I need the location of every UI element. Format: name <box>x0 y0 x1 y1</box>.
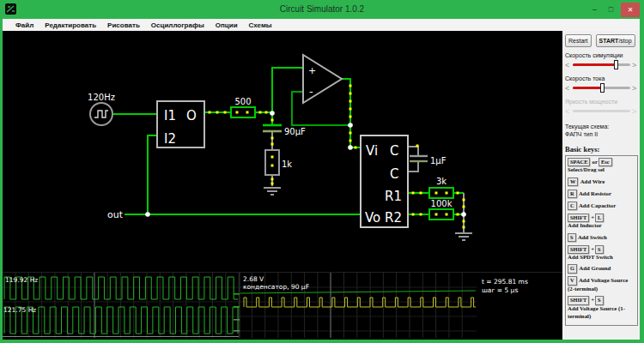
junction-dot <box>461 212 466 217</box>
current-dot <box>271 178 274 181</box>
current-speed-slider[interactable] <box>565 82 638 93</box>
resistor-1k[interactable]: 1k <box>265 150 292 175</box>
opamp-plus-label: + <box>308 65 316 76</box>
resistor-100k[interactable]: 100k <box>429 199 453 220</box>
wire-to-vco-vi[interactable] <box>350 125 361 147</box>
current-dot <box>349 108 352 111</box>
current-dot <box>216 111 219 114</box>
current-dot <box>224 111 227 114</box>
junction-dot <box>348 145 353 150</box>
stop-label: /stop <box>618 38 631 44</box>
current-dot <box>416 145 419 147</box>
menu-item[interactable]: Схемы <box>249 21 272 29</box>
scope-wave-capacitor <box>240 291 476 293</box>
current-dot <box>271 143 274 146</box>
ground-symbol-2[interactable] <box>455 233 472 240</box>
key-chip: R <box>568 190 577 199</box>
key-description: Add Inductor <box>568 222 635 230</box>
vco-c1-label: C <box>390 143 398 159</box>
key-help-item: S Add Switch <box>568 233 635 243</box>
scope-freq1-label: 119.92 Hz <box>5 276 38 284</box>
power-brightness-slider <box>565 105 638 117</box>
key-chip: S <box>595 296 604 305</box>
key-chip: SHIFT <box>568 296 589 305</box>
key-description: Add Wire <box>579 178 605 184</box>
sidebar: Restart START/stop Скорость симуляции Ск… <box>562 31 640 340</box>
ground-symbol-1[interactable] <box>264 188 281 195</box>
menu-item[interactable]: Осциллографы <box>151 21 204 29</box>
key-description: Add Capacitor <box>578 202 617 208</box>
slider-right-arrow-icon[interactable] <box>632 61 638 69</box>
key-chip: V <box>568 276 577 286</box>
current-dot <box>349 93 352 95</box>
menu-item[interactable]: Рисовать <box>107 21 140 29</box>
capacitor-90uf-label: 90µF <box>284 127 306 136</box>
key-help-item: V Add Voltage Source (2-terminal) <box>568 276 635 292</box>
slider-left-arrow-icon[interactable] <box>565 61 571 69</box>
phase-comparator-box[interactable]: I1 O I2 <box>157 101 204 147</box>
current-dot <box>412 192 415 195</box>
start-stop-button[interactable]: START/stop <box>596 34 635 47</box>
current-dot <box>420 192 422 195</box>
capacitor-90uf[interactable]: 90µF <box>263 125 306 136</box>
capacitor-1uf[interactable]: 1µF <box>410 156 447 165</box>
window-titlebar[interactable]: Circuit Simulator 1.0.2 – □ ✕ <box>0 0 644 19</box>
key-join-text: + <box>591 246 594 252</box>
key-chip: G <box>568 264 577 274</box>
menu-item[interactable]: Опции <box>216 21 238 29</box>
current-dot <box>349 100 352 103</box>
current-dot <box>349 116 352 118</box>
menu-item[interactable]: Редактировать <box>45 21 96 29</box>
current-dot <box>265 111 268 114</box>
close-button[interactable]: ✕ <box>621 3 640 17</box>
key-chip: S <box>568 233 576 243</box>
wire-node-to-opamp-plus[interactable] <box>272 68 303 112</box>
slider-handle[interactable] <box>600 83 605 93</box>
key-help-item: W Add Wire <box>568 178 635 187</box>
key-chip: W <box>568 178 578 187</box>
minimize-button[interactable]: – <box>586 3 603 16</box>
current-dot <box>349 132 352 135</box>
key-join-text: or <box>592 159 597 165</box>
comparator-out-label: O <box>186 108 197 123</box>
scope-wave-input <box>4 307 238 334</box>
wire-cap-to-vco-c2[interactable] <box>408 161 418 172</box>
wire-opamp-feedback[interactable] <box>292 92 350 125</box>
resistor-100k-label: 100k <box>431 199 453 208</box>
scope-scale-tick <box>234 293 240 295</box>
key-help-item: G Add Ground <box>568 264 635 274</box>
scope-volt-desc-label: конденсатор, 90 µF <box>243 283 309 291</box>
key-chip: SHIFT <box>568 245 589 255</box>
current-dot <box>435 192 438 195</box>
vco-box[interactable]: Vi C C R1 Vo R2 <box>361 135 408 227</box>
key-description: Add Switch <box>577 234 607 240</box>
junction-dot <box>145 212 150 217</box>
key-chip: SHIFT <box>568 214 589 223</box>
key-description: Add Resistor <box>578 190 611 196</box>
current-dot <box>271 165 274 167</box>
slider-right-arrow-icon[interactable] <box>632 84 638 93</box>
slider-left-arrow-icon[interactable] <box>565 84 571 93</box>
menu-item[interactable]: Файл <box>15 21 33 29</box>
resistor-500[interactable]: 500 <box>231 97 255 117</box>
current-dot <box>349 140 352 142</box>
scope-time-label: t = 295.81 ms <box>482 278 528 286</box>
slider-handle[interactable] <box>614 60 618 69</box>
wire-vco-c1-to-cap[interactable] <box>408 147 418 155</box>
opamp[interactable]: + - <box>303 55 342 103</box>
resistor-500-label: 500 <box>234 97 251 106</box>
restart-button[interactable]: Restart <box>565 34 592 47</box>
scope-step-label: шаг = 5 µs <box>482 286 518 294</box>
current-dot <box>463 199 465 202</box>
key-chip: L <box>595 214 604 223</box>
maximize-button[interactable]: □ <box>603 3 619 16</box>
resistor-3k[interactable]: 3k <box>429 177 453 198</box>
current-dot <box>412 214 415 216</box>
simulation-speed-slider[interactable] <box>565 59 638 70</box>
slider-left-arrow-icon <box>565 107 571 116</box>
circuit-canvas[interactable]: 120Hz I1 O I2 500 + - 90µF 1k Vi C C R1 … <box>3 31 562 340</box>
current-dot <box>259 111 262 114</box>
voltage-source-120hz[interactable]: 120Hz <box>88 93 115 125</box>
wire-i2-feedback[interactable] <box>148 135 157 214</box>
power-brightness-label: Яркость мощности <box>565 99 638 105</box>
